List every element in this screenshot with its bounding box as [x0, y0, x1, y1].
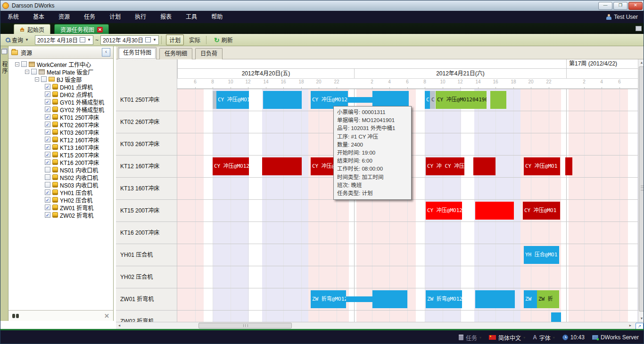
menu-item-基本[interactable]: 基本 — [26, 11, 51, 23]
date-from-picker[interactable]: 2012年 4月18日 ▼ — [35, 35, 93, 45]
refresh-button[interactable]: ↻ 刷新 — [211, 34, 236, 45]
tree-checkbox[interactable]: ✓ — [45, 189, 50, 195]
vertical-scrollbar[interactable]: ▲ ▼ — [638, 59, 644, 322]
gantt-bar[interactable]: ZW 折弯@MO12041901 — [426, 290, 462, 308]
gantt-bar[interactable] — [490, 91, 506, 109]
tree-checkbox[interactable] — [21, 61, 27, 67]
tree-item[interactable]: NS01 内收口机 — [8, 166, 113, 173]
menu-item-帮助[interactable]: 帮助 — [204, 11, 230, 23]
gantt-tab-1[interactable]: 任务甘特图 — [118, 47, 157, 60]
gantt-bar[interactable] — [473, 157, 495, 175]
horizontal-scroll-thumb[interactable] — [198, 323, 292, 328]
tree-item[interactable]: NS02 内收口机 — [8, 173, 113, 181]
gantt-bar[interactable]: C — [430, 91, 435, 109]
tree-checkbox[interactable]: ✓ — [45, 84, 50, 90]
tree-item[interactable]: ✓DH02 点焊机 — [8, 90, 113, 98]
menu-item-任务[interactable]: 任务 — [77, 11, 102, 23]
status-flag[interactable]: 简体中文▾ — [489, 334, 525, 342]
tree-checkbox[interactable] — [45, 182, 50, 188]
actual-toggle-button[interactable]: 实际 — [186, 34, 204, 45]
gantt-bar[interactable] — [213, 91, 216, 109]
tree-checkbox[interactable]: ✓ — [45, 205, 50, 210]
gantt-bar[interactable]: CY 冲压@MO12041901 — [216, 91, 249, 109]
tree-checkbox[interactable]: ✓ — [45, 91, 50, 97]
scroll-left-icon[interactable]: ◄ — [116, 322, 123, 329]
tree-item[interactable]: ✓ZW02 折弯机 — [8, 211, 113, 219]
tree-expander-icon[interactable]: − — [25, 70, 29, 74]
gantt-bar[interactable]: CY 冲压@MO1 — [524, 157, 560, 175]
tab-start-page[interactable]: 起始页 — [14, 24, 50, 34]
tree-item[interactable]: ✓KT12 160T冲床 — [8, 136, 113, 143]
tree-checkbox[interactable] — [45, 174, 50, 180]
gantt-bar[interactable]: YH 压合@MO1 — [524, 246, 559, 264]
minimize-button[interactable]: — — [598, 2, 612, 10]
close-button[interactable]: ✕ — [628, 2, 643, 10]
menu-item-系统[interactable]: 系统 — [0, 11, 26, 23]
tree-checkbox[interactable]: ✓ — [45, 129, 50, 135]
gantt-bar[interactable] — [475, 290, 515, 308]
gantt-bar[interactable]: CY 冲压@MO1 — [523, 202, 560, 220]
tree-expander-icon[interactable]: − — [35, 77, 39, 82]
gantt-bar[interactable]: ZW 折 — [537, 290, 559, 308]
tree-item[interactable]: −Metal Plate 钣金厂 — [8, 68, 113, 75]
gantt-bar-connector[interactable] — [348, 97, 372, 103]
menu-item-报表[interactable]: 报表 — [153, 11, 179, 23]
tree-checkbox[interactable]: ✓ — [45, 159, 50, 165]
close-search-icon[interactable]: ✕ — [104, 312, 109, 319]
tree-item[interactable]: −WorkCenter 工作中心 — [8, 60, 113, 68]
tree-item[interactable]: ✓KT02 260T冲床 — [8, 121, 113, 128]
tree-checkbox[interactable]: ✓ — [45, 152, 50, 157]
tree-item[interactable]: −BJ 钣金部 — [8, 75, 113, 83]
gantt-bar[interactable]: CY 冲压@MO12041904 — [213, 157, 249, 175]
tree-checkbox[interactable]: ✓ — [45, 106, 50, 112]
close-tab-icon[interactable]: ✕ — [97, 27, 103, 33]
gantt-tab-2[interactable]: 任务明细 — [159, 48, 192, 60]
tree-item[interactable]: ✓YH02 压合机 — [8, 196, 113, 204]
tree-checkbox[interactable] — [41, 76, 47, 82]
tree-checkbox[interactable]: ✓ — [45, 99, 50, 105]
tree-item[interactable]: ✓KT13 160T冲床 — [8, 143, 113, 151]
find-icon[interactable] — [12, 314, 19, 318]
gantt-bar-connector[interactable] — [346, 296, 372, 302]
status-clock[interactable]: 10:43 — [562, 334, 585, 341]
gantt-bar[interactable]: CY 冲压@MO12041903 — [426, 202, 462, 220]
tree-checkbox[interactable] — [31, 69, 37, 74]
plan-toggle-button[interactable]: 计划 — [166, 34, 184, 45]
tree-item[interactable]: ✓GY02 外桶成型机 — [8, 106, 113, 113]
date-to-picker[interactable]: 2012年 4月30日 ▼ — [100, 35, 159, 45]
gantt-bar[interactable] — [372, 290, 407, 308]
tree-expander-icon[interactable]: − — [15, 62, 19, 66]
gantt-bar[interactable]: CY 冲压@MO12041902 — [436, 91, 487, 109]
tree-item[interactable]: ✓ZW01 折弯机 — [8, 204, 113, 211]
menu-item-资源[interactable]: 资源 — [51, 11, 77, 23]
menu-item-计划[interactable]: 计划 — [102, 11, 128, 23]
docked-panel-strip[interactable]: 程序 — [0, 46, 8, 321]
tab-resource-task-view[interactable]: 资源任务视图 ✕ — [54, 24, 109, 34]
program-panel-tab[interactable]: 程序 — [0, 61, 8, 74]
tree-item[interactable]: ✓YH01 压合机 — [8, 188, 113, 196]
tree-item[interactable]: ✓KT16 200T冲床 — [8, 158, 113, 166]
query-button[interactable]: 查询 ▼ — [2, 34, 32, 45]
tree-checkbox[interactable]: ✓ — [45, 122, 50, 127]
scroll-down-icon[interactable]: ▼ — [638, 315, 644, 322]
tree-checkbox[interactable]: ✓ — [45, 144, 50, 150]
scroll-up-icon[interactable]: ▲ — [638, 59, 644, 66]
tree-checkbox[interactable]: ✓ — [45, 212, 50, 218]
gantt-bar[interactable] — [551, 312, 561, 322]
collapse-panel-button[interactable]: ‹ — [102, 48, 110, 57]
gantt-bar[interactable] — [262, 157, 302, 175]
tree-checkbox[interactable]: ✓ — [45, 197, 50, 203]
gantt-bar[interactable] — [263, 91, 302, 109]
gantt-bar[interactable] — [475, 202, 514, 220]
tree-item[interactable]: ✓GY01 外桶成型机 — [8, 98, 113, 106]
tree-checkbox[interactable]: ✓ — [45, 114, 50, 120]
tree-checkbox[interactable]: ✓ — [45, 137, 50, 142]
menu-item-工具[interactable]: 工具 — [179, 11, 204, 23]
tree-item[interactable]: ✓KT15 200T冲床 — [8, 151, 113, 158]
gantt-bar[interactable]: ZW 折弯@MO12041901 — [311, 290, 346, 308]
menu-item-执行[interactable]: 执行 — [128, 11, 153, 23]
tree-item[interactable]: ✓KT01 250T冲床 — [8, 113, 113, 121]
tree-item[interactable]: NS03 内收口机 — [8, 181, 113, 188]
tree-item[interactable]: ✓DH01 点焊机 — [8, 83, 113, 90]
vertical-scroll-thumb[interactable] — [639, 66, 644, 311]
